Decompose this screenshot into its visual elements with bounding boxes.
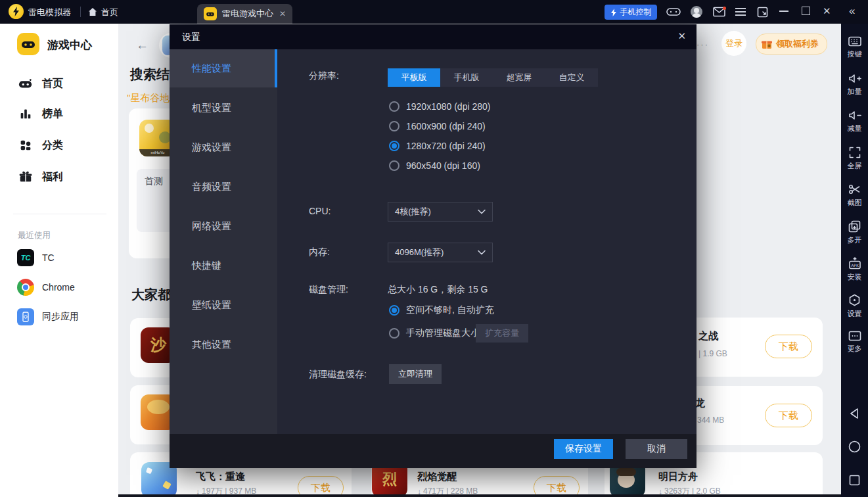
menu-item-performance[interactable]: 性能设置 bbox=[170, 49, 277, 87]
radio-icon-selected[interactable] bbox=[389, 305, 400, 316]
chevron-down-icon bbox=[478, 250, 486, 255]
collapse-toolbar-icon[interactable]: « bbox=[849, 5, 855, 18]
phone-control-button[interactable]: 手机控制 bbox=[605, 5, 657, 20]
game-size: 344 MB bbox=[697, 415, 724, 425]
clean-now-button[interactable]: 立即清理 bbox=[389, 364, 442, 384]
toolbar-settings[interactable]: 设置 bbox=[841, 294, 868, 319]
menu-item-audio[interactable]: 音频设置 bbox=[170, 168, 277, 206]
tab-custom[interactable]: 自定义 bbox=[545, 68, 598, 87]
menu-icon[interactable] bbox=[735, 8, 746, 16]
menu-item-wallpaper[interactable]: 壁纸设置 bbox=[170, 286, 277, 324]
resolution-option-1920[interactable]: 1920x1080 (dpi 280) bbox=[389, 100, 490, 113]
toolbar-keymap[interactable]: 按键 bbox=[841, 36, 868, 59]
toolbar-label: 加量 bbox=[848, 87, 862, 97]
resize-window-icon[interactable] bbox=[757, 7, 768, 18]
game-title: 明日方舟 bbox=[658, 471, 698, 483]
radio-label: 1280x720 (dpi 240) bbox=[406, 141, 486, 151]
user-avatar[interactable] bbox=[691, 6, 702, 18]
recent-item-tc[interactable]: TC TC bbox=[17, 248, 55, 267]
maximize-icon[interactable] bbox=[802, 7, 810, 15]
resolution-option-1600[interactable]: 1600x900 (dpi 240) bbox=[389, 120, 486, 133]
gift-icon bbox=[761, 38, 773, 50]
radio-icon-selected[interactable] bbox=[389, 141, 400, 151]
more-box-icon bbox=[848, 331, 861, 341]
tab-ultrawide[interactable]: 超宽屏 bbox=[493, 68, 545, 87]
settings-menu: 性能设置 机型设置 游戏设置 音频设置 网络设置 快捷键 壁纸设置 其他设置 bbox=[170, 49, 277, 434]
menu-item-game[interactable]: 游戏设置 bbox=[170, 128, 277, 166]
chrome-icon bbox=[17, 279, 34, 296]
recent-item-sync[interactable]: 同步应用 bbox=[17, 308, 79, 326]
sidebar-item-categories[interactable]: 分类 bbox=[18, 137, 63, 154]
tab-title: 雷电游戏中心 bbox=[222, 8, 274, 20]
radio-icon[interactable] bbox=[389, 101, 400, 112]
emulator-toolbar: 按键 加量 减量 全屏 截图 多开 APK 安装 设置 bbox=[841, 24, 868, 497]
recent-item-chrome[interactable]: Chrome bbox=[17, 278, 75, 296]
back-icon[interactable]: ← bbox=[136, 38, 148, 53]
radio-icon[interactable] bbox=[389, 121, 400, 131]
cpu-select[interactable]: 4核(推荐) bbox=[388, 202, 493, 222]
tab-game-center[interactable]: 雷电游戏中心 ✕ bbox=[197, 4, 292, 24]
recent-item-label: Chrome bbox=[42, 282, 75, 293]
mail-icon[interactable] bbox=[713, 7, 726, 17]
gift-icon bbox=[18, 170, 33, 184]
disk-auto-option[interactable]: 空间不够时, 自动扩充 bbox=[389, 304, 494, 317]
close-window-icon[interactable]: ✕ bbox=[823, 5, 831, 17]
login-button[interactable]: 登录 bbox=[721, 31, 746, 56]
more-options-icon[interactable]: ··· bbox=[697, 39, 709, 49]
android-back-icon[interactable] bbox=[848, 407, 861, 420]
sidebar-item-rankings[interactable]: 榜单 bbox=[18, 105, 63, 122]
toolbar-volume-up[interactable]: 加量 bbox=[841, 73, 868, 97]
gamepad-icon bbox=[18, 76, 33, 91]
menu-item-shortcuts[interactable]: 快捷键 bbox=[170, 247, 277, 285]
toolbar-more[interactable]: 更多 bbox=[841, 331, 868, 354]
memory-label: 内存: bbox=[309, 247, 330, 258]
cancel-button[interactable]: 取消 bbox=[626, 439, 687, 459]
expand-capacity-button[interactable]: 扩充容量 bbox=[476, 324, 528, 343]
android-home-icon[interactable] bbox=[848, 440, 861, 453]
game-center-logo-icon bbox=[17, 33, 39, 55]
tab-close-icon[interactable]: ✕ bbox=[279, 9, 286, 18]
save-settings-button[interactable]: 保存设置 bbox=[554, 439, 613, 459]
home-icon[interactable] bbox=[87, 7, 98, 17]
disk-manual-option[interactable]: 手动管理磁盘大小 bbox=[389, 327, 480, 340]
radio-icon[interactable] bbox=[389, 160, 400, 171]
search-query-text: "星布谷地 bbox=[127, 92, 170, 105]
gamepad-toolbar-icon[interactable] bbox=[666, 5, 681, 18]
home-tab[interactable]: 首页 bbox=[101, 7, 118, 18]
game-size: | 1.9 GB bbox=[698, 349, 727, 358]
sidebar-item-home[interactable]: 首页 bbox=[18, 75, 63, 92]
resolution-option-960[interactable]: 960x540 (dpi 160) bbox=[389, 159, 480, 172]
radio-icon[interactable] bbox=[389, 328, 400, 339]
toolbar-volume-down[interactable]: 减量 bbox=[841, 110, 868, 133]
download-button[interactable]: 下载 bbox=[765, 335, 812, 358]
toolbar-label: 按键 bbox=[848, 49, 862, 59]
menu-item-device[interactable]: 机型设置 bbox=[170, 89, 277, 127]
recent-item-label: TC bbox=[42, 252, 55, 263]
radio-label: 手动管理磁盘大小 bbox=[406, 327, 480, 339]
resolution-option-1280[interactable]: 1280x720 (dpi 240) bbox=[389, 139, 486, 153]
toolbar-fullscreen[interactable]: 全屏 bbox=[841, 147, 868, 171]
tab-phone[interactable]: 手机版 bbox=[440, 68, 493, 87]
toolbar-label: 安装 bbox=[848, 272, 862, 282]
android-recents-icon[interactable] bbox=[849, 475, 860, 486]
minimize-icon[interactable] bbox=[779, 11, 788, 12]
radio-label: 1600x900 (dpi 240) bbox=[406, 121, 486, 131]
toolbar-screenshot[interactable]: 截图 bbox=[841, 183, 868, 208]
divider bbox=[80, 7, 81, 17]
memory-select[interactable]: 4096M(推荐) bbox=[388, 243, 493, 262]
dialog-title: 设置 bbox=[182, 32, 200, 43]
keyboard-icon bbox=[848, 36, 861, 47]
sidebar-item-benefits[interactable]: 福利 bbox=[18, 168, 63, 185]
game-title: 烈焰觉醒 bbox=[417, 471, 457, 483]
toolbar-label: 截图 bbox=[848, 198, 862, 208]
settings-hexagon-icon bbox=[848, 294, 861, 306]
download-button[interactable]: 下载 bbox=[765, 404, 812, 427]
tab-tablet[interactable]: 平板版 bbox=[388, 68, 440, 87]
menu-item-other[interactable]: 其他设置 bbox=[170, 325, 277, 364]
menu-item-network[interactable]: 网络设置 bbox=[170, 207, 277, 245]
lightning-icon bbox=[610, 9, 617, 16]
toolbar-multi-instance[interactable]: 多开 bbox=[841, 220, 868, 245]
dialog-close-icon[interactable]: ✕ bbox=[677, 30, 686, 42]
coupon-button[interactable]: 领取福利券 bbox=[756, 34, 827, 55]
toolbar-install-apk[interactable]: APK 安装 bbox=[841, 257, 868, 282]
